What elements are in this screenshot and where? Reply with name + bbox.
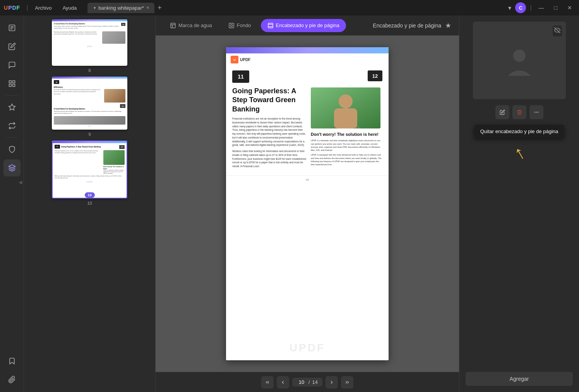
svg-point-19 [513,50,526,62]
tool-sep-1 [6,95,18,96]
toolbar-right-label: Encabezado y pie de página ★ [373,21,451,30]
titlebar-sep: | [26,4,28,11]
tab-close-btn[interactable]: × [146,5,149,10]
thumbnail-page-9[interactable]: 09 Efficiency As small, the bank's conve… [27,77,152,137]
pdf-viewer-area: U UPDF 11 Going Paperless: A Step Toward… [156,36,459,372]
pdf-logo-text: UPDF [240,58,250,62]
menu-ayuda[interactable]: Ayuda [59,3,81,12]
organize-tool-btn[interactable] [3,75,21,92]
thumbnail-page-10[interactable]: 11 Going Paperless: A Step Toward Green … [27,140,152,205]
thumbnail-page-8[interactable]: 10 A Good News For Developing Nations Lo… [27,19,152,73]
svg-point-21 [536,112,536,112]
svg-point-16 [339,94,353,108]
page-separator: / [308,379,310,385]
tooltip-remove-header: Quitar encabezado y pie de página [474,125,565,138]
tool-sep-2 [6,137,18,138]
yellow-arrow-icon: ↑ [510,141,528,164]
pdf-body-text-1: Financial institutions are not an except… [232,117,307,147]
sep2: | [530,4,531,11]
pdf-page: U UPDF 11 Going Paperless: A Step Toward… [226,47,389,360]
svg-rect-5 [12,81,15,83]
titlebar-dropdown-btn[interactable]: ▾ [508,4,511,12]
attach-tool-btn[interactable] [3,371,21,388]
action-icons [495,105,543,119]
close-button[interactable]: ✕ [564,3,575,12]
svg-marker-8 [9,165,15,168]
first-page-btn[interactable] [261,376,274,389]
app-logo: UPDF [4,5,20,11]
tab-dropdown-icon: ▾ [94,5,96,10]
watermark-btn[interactable]: Marca de agua [163,19,219,32]
pdf-page-footer-num: 08 [226,175,389,184]
main-layout: ◀ 10 A Good News For Developing Nations … [0,15,579,392]
pdf-logo-bar: U UPDF [226,53,389,66]
new-tab-button[interactable]: + [158,4,162,12]
bookmark-tool-btn[interactable] [3,353,21,370]
pdf-watermark: UPDF [290,342,325,354]
svg-rect-7 [12,84,15,87]
current-page-input[interactable] [297,379,306,385]
active-page-badge: 10 [84,192,94,198]
more-options-btn[interactable] [529,105,543,119]
svg-rect-17 [334,108,357,128]
titlebar: UPDF | Archivo Ayuda ▾ banking whitepapa… [0,0,579,15]
svg-point-11 [230,24,232,26]
svg-rect-10 [229,23,234,28]
user-avatar[interactable]: C [515,2,526,13]
tab-bar: ▾ banking whitepapar* × + [87,3,505,13]
svg-rect-6 [9,84,11,87]
right-panel: Quitar encabezado y pie de página ↑ Agre… [459,15,579,392]
layers-tool-btn[interactable] [3,159,21,176]
protect-tool-btn[interactable] [3,141,21,158]
pdf-body-text-2: Workers claim that looking for informati… [232,149,307,168]
bottom-navigation: / 14 [156,372,459,392]
eye-off-icon[interactable] [553,26,562,36]
pdf-main-title: Going Paperless: A Step Toward Green Ban… [232,87,307,114]
pdf-top-bar [226,47,389,53]
total-pages: 14 [312,379,318,385]
arrow-graphic: ↑ [515,142,524,163]
dont-worry-text-2: UPDF is equipped with the most advanced … [311,153,382,166]
svg-point-20 [534,112,535,112]
comment-tool-btn[interactable] [3,56,21,74]
pdf-updf-logo: U [231,56,238,63]
add-button[interactable]: Agregar [466,372,573,386]
next-page-btn[interactable] [325,376,338,389]
menu-archivo[interactable]: Archivo [31,3,55,12]
last-page-btn[interactable] [341,376,353,389]
read-tool-btn[interactable] [3,19,21,36]
svg-rect-12 [268,23,273,28]
svg-point-22 [538,112,538,112]
header-footer-btn[interactable]: Encabezado y pie de página [261,19,346,32]
svg-rect-9 [171,23,175,28]
left-toolbar: ◀ [0,15,24,392]
convert-tool-btn[interactable] [3,117,21,134]
person-placeholder-icon [504,45,535,76]
active-tab[interactable]: ▾ banking whitepapar* × [87,3,154,13]
thumb-num-10: 10 [87,201,92,205]
dont-worry-text-1: UPDF is a fantastic tool that completely… [311,139,382,152]
page-input-group: / 14 [292,378,322,387]
maximize-button[interactable]: □ [551,3,560,12]
edit-tool-btn[interactable] [3,38,21,55]
background-btn[interactable]: Fondo [222,19,258,32]
stamp-tool-btn[interactable] [3,99,21,116]
dont-worry-title: Don't worry! The solution is here! [311,132,382,137]
thumb-num-9: 9 [88,132,91,137]
pdf-body: 11 Going Paperless: A Step Toward Green … [226,66,389,175]
page-badge-11: 11 [232,70,249,83]
delete-header-btn[interactable] [512,105,526,119]
thumbnail-panel: 10 A Good News For Developing Nations Lo… [24,15,156,392]
edit-toolbar: Marca de agua Fondo Encabezado y pie de … [156,15,459,36]
titlebar-right: ▾ C | — □ ✕ [508,2,575,13]
svg-rect-4 [9,81,11,83]
expand-btn[interactable]: ◀ [19,180,22,185]
tab-label: banking whitepapar* [98,5,144,11]
star-btn[interactable]: ★ [445,21,451,30]
thumb-num-8: 8 [88,68,91,73]
prev-page-btn[interactable] [277,376,289,389]
minimize-button[interactable]: — [536,3,547,12]
preview-box [473,22,566,99]
center-content: Marca de agua Fondo Encabezado y pie de … [156,15,459,392]
edit-header-btn[interactable] [495,105,509,119]
